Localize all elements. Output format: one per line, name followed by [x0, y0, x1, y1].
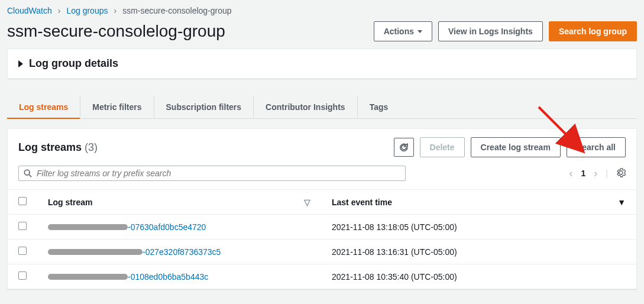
svg-line-1	[29, 174, 31, 177]
next-page-icon[interactable]: ›	[594, 167, 597, 180]
log-stream-link[interactable]: -07630afd0bc5e4720	[128, 222, 206, 232]
header-actions: Actions View in Logs Insights Search log…	[374, 21, 637, 41]
streams-count: (3)	[85, 141, 98, 153]
sort-desc-icon: ▼	[617, 198, 626, 207]
crumb-current: ssm-secure-consolelog-group	[122, 6, 231, 15]
streams-title: Log streams (3)	[18, 141, 98, 154]
redacted-prefix	[48, 274, 128, 280]
last-event-time: 2021-11-08 10:35:40 (UTC-05:00)	[321, 264, 636, 289]
log-streams-card: Log streams (3) Delete Create log stream…	[7, 128, 637, 289]
row-checkbox[interactable]	[18, 222, 27, 230]
actions-label: Actions	[384, 25, 414, 37]
breadcrumb: CloudWatch › Log groups › ssm-secure-con…	[0, 0, 644, 21]
chevron-right-icon: ›	[114, 6, 116, 15]
search-log-group-button[interactable]: Search log group	[549, 21, 637, 41]
actions-button[interactable]: Actions	[374, 21, 432, 41]
redacted-prefix	[48, 224, 128, 230]
page-header: ssm-secure-consolelog-group Actions View…	[0, 21, 644, 48]
create-log-stream-button[interactable]: Create log stream	[471, 137, 561, 157]
crumb-cloudwatch[interactable]: CloudWatch	[7, 6, 52, 15]
select-all-checkbox[interactable]	[18, 197, 27, 205]
delete-button: Delete	[420, 137, 465, 157]
last-event-time: 2021-11-08 13:16:31 (UTC-05:00)	[321, 240, 636, 264]
caret-down-icon	[418, 30, 422, 33]
view-insights-button[interactable]: View in Logs Insights	[438, 21, 543, 41]
log-stream-link[interactable]: -0108ed0b6ba5b443c	[128, 272, 208, 282]
sort-icon: ▽	[304, 198, 310, 207]
chevron-right-icon: ›	[58, 6, 61, 15]
tab-metric-filters[interactable]: Metric filters	[80, 96, 153, 118]
search-box[interactable]	[18, 166, 406, 181]
row-checkbox[interactable]	[18, 247, 27, 255]
page-number: 1	[581, 169, 586, 178]
settings-gear-icon[interactable]	[616, 168, 626, 179]
streams-table: Log stream ▽ Last event time ▼ -07630afd…	[8, 189, 636, 289]
tabs: Log streams Metric filters Subscription …	[7, 96, 637, 119]
prev-page-icon[interactable]: ‹	[569, 167, 573, 180]
svg-point-0	[24, 170, 30, 175]
pagination: ‹ 1 › |	[569, 167, 626, 180]
tab-subscription-filters[interactable]: Subscription filters	[154, 96, 254, 118]
table-row: -07630afd0bc5e47202021-11-08 13:18:05 (U…	[8, 215, 636, 240]
col-last-event-time[interactable]: Last event time ▼	[321, 190, 636, 215]
search-icon	[24, 169, 32, 177]
log-group-details-panel[interactable]: Log group details	[7, 48, 637, 79]
table-row: -0108ed0b6ba5b443c2021-11-08 10:35:40 (U…	[8, 264, 636, 289]
details-title: Log group details	[29, 57, 118, 70]
row-checkbox[interactable]	[18, 271, 27, 280]
refresh-icon	[399, 143, 409, 152]
log-stream-link[interactable]: -027e320f8736373c5	[143, 247, 221, 257]
col-log-stream[interactable]: Log stream ▽	[37, 190, 321, 215]
refresh-button[interactable]	[394, 138, 414, 157]
expand-triangle-icon	[18, 60, 23, 67]
streams-title-text: Log streams	[18, 141, 82, 153]
crumb-log-groups[interactable]: Log groups	[66, 6, 108, 15]
redacted-prefix	[48, 249, 143, 255]
page-title: ssm-secure-consolelog-group	[7, 22, 225, 41]
search-all-button[interactable]: Search all	[567, 137, 626, 157]
tab-contributor-insights[interactable]: Contributor Insights	[253, 96, 357, 118]
tab-log-streams[interactable]: Log streams	[7, 96, 80, 119]
last-event-time: 2021-11-08 13:18:05 (UTC-05:00)	[321, 215, 636, 240]
search-input[interactable]	[37, 169, 400, 178]
tab-tags[interactable]: Tags	[357, 96, 400, 118]
table-row: -027e320f8736373c52021-11-08 13:16:31 (U…	[8, 240, 636, 264]
